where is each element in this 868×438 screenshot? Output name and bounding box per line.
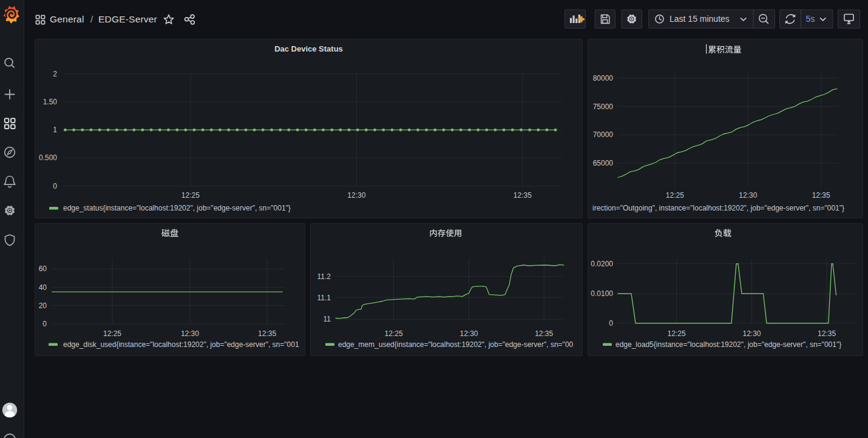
svg-text:0.500: 0.500 — [39, 153, 57, 162]
svg-text:80000: 80000 — [593, 74, 614, 83]
svg-text:40: 40 — [39, 283, 47, 292]
svg-text:edge_load5{instance="localhost: edge_load5{instance="localhost:19202", j… — [615, 340, 841, 349]
svg-text:11.2: 11.2 — [317, 272, 331, 281]
svg-text:2: 2 — [53, 70, 57, 78]
svg-text:12:30: 12:30 — [181, 329, 199, 338]
svg-text:1: 1 — [53, 126, 57, 134]
svg-text:11.1: 11.1 — [317, 294, 331, 302]
svg-text:70000: 70000 — [593, 130, 614, 139]
svg-text:5s: 5s — [806, 14, 815, 24]
svg-text:0.0100: 0.0100 — [591, 289, 613, 298]
svg-text:75000: 75000 — [593, 103, 614, 111]
svg-text:12:35: 12:35 — [514, 191, 532, 200]
svg-text:12:25: 12:25 — [103, 329, 121, 338]
svg-text:edge_status{instance="localhos: edge_status{instance="localhost:19202", … — [63, 204, 291, 212]
svg-text:0: 0 — [42, 320, 47, 328]
svg-text:Dac Device Status: Dac Device Status — [274, 44, 343, 53]
svg-text:12:35: 12:35 — [535, 329, 553, 338]
svg-text:65000: 65000 — [593, 159, 614, 167]
svg-text:12:35: 12:35 — [258, 329, 276, 338]
svg-text:irection="Outgoing", instance=: irection="Outgoing", instance="localhost… — [592, 204, 844, 212]
svg-text:12:30: 12:30 — [347, 191, 365, 200]
svg-text:Last 15 minutes: Last 15 minutes — [670, 14, 730, 24]
svg-text:1.50: 1.50 — [43, 98, 58, 106]
svg-text:12:30: 12:30 — [459, 329, 478, 338]
svg-text:60: 60 — [39, 264, 47, 273]
svg-text:0.0200: 0.0200 — [591, 260, 613, 268]
svg-text:11: 11 — [324, 315, 331, 323]
svg-text:12:25: 12:25 — [668, 329, 686, 338]
svg-text:0: 0 — [53, 182, 57, 190]
svg-text:edge_mem_used{instance="localh: edge_mem_used{instance="localhost:19202"… — [338, 340, 574, 349]
svg-text:0: 0 — [609, 319, 613, 328]
svg-text:12:25: 12:25 — [666, 191, 684, 200]
svg-text:12:30: 12:30 — [739, 191, 757, 200]
svg-text:12:35: 12:35 — [812, 191, 830, 200]
svg-text:12:30: 12:30 — [742, 329, 761, 338]
svg-text:12:25: 12:25 — [385, 329, 403, 338]
svg-text:12:25: 12:25 — [181, 191, 200, 200]
svg-text:20: 20 — [39, 302, 47, 310]
svg-text:12:35: 12:35 — [818, 329, 836, 338]
svg-text:edge_disk_used{instance="local: edge_disk_used{instance="localhost:19202… — [63, 340, 299, 349]
